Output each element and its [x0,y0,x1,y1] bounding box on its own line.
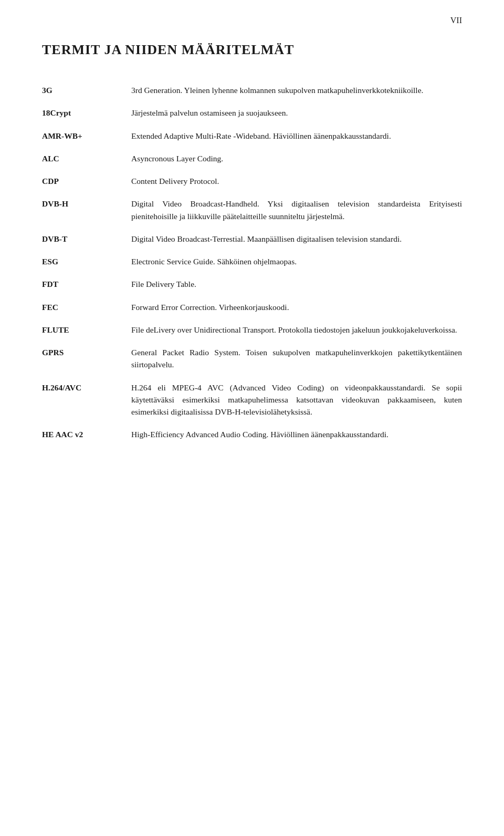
definition-cell: Asyncronous Layer Coding. [131,147,462,170]
definition-cell: File Delivery Table. [131,273,462,295]
table-row: FDTFile Delivery Table. [42,273,462,295]
term-cell: ESG [42,250,131,273]
term-cell: CDP [42,170,131,192]
table-row: 18CryptJärjestelmä palvelun ostamiseen j… [42,101,462,124]
definition-cell: High-Efficiency Advanced Audio Coding. H… [131,423,462,446]
page-container: VII TERMIT JA NIIDEN MÄÄRITELMÄT 3G3rd G… [0,0,504,478]
terms-table: 3G3rd Generation. Yleinen lyhenne kolman… [42,79,462,446]
definition-cell: Forward Error Correction. Virheenkorjaus… [131,296,462,318]
term-cell: DVB-H [42,192,131,228]
definition-cell: 3rd Generation. Yleinen lyhenne kolmanne… [131,79,462,101]
table-row: CDPContent Delivery Protocol. [42,170,462,192]
definition-cell: Digital Video Broadcast-Terrestial. Maan… [131,228,462,250]
definition-cell: General Packet Radio System. Toisen suku… [131,341,462,376]
table-row: FECForward Error Correction. Virheenkorj… [42,296,462,318]
definition-cell: Content Delivery Protocol. [131,170,462,192]
table-row: ALCAsyncronous Layer Coding. [42,147,462,170]
term-cell: AMR-WB+ [42,125,131,147]
definition-cell: Järjestelmä palvelun ostamiseen ja suoja… [131,101,462,124]
definition-cell: Electronic Service Guide. Sähköinen ohje… [131,250,462,273]
term-cell: FDT [42,273,131,295]
term-cell: ALC [42,147,131,170]
table-row: HE AAC v2High-Efficiency Advanced Audio … [42,423,462,446]
definition-cell: Extended Adaptive Multi-Rate -Wideband. … [131,125,462,147]
definition-cell: File deLivery over Unidirectional Transp… [131,318,462,341]
term-cell: DVB-T [42,228,131,250]
page-number: VII [450,16,462,25]
term-cell: FEC [42,296,131,318]
table-row: 3G3rd Generation. Yleinen lyhenne kolman… [42,79,462,101]
term-cell: HE AAC v2 [42,423,131,446]
term-cell: FLUTE [42,318,131,341]
term-cell: GPRS [42,341,131,376]
definition-cell: H.264 eli MPEG-4 AVC (Advanced Video Cod… [131,376,462,424]
table-row: AMR-WB+Extended Adaptive Multi-Rate -Wid… [42,125,462,147]
term-cell: 18Crypt [42,101,131,124]
table-row: H.264/AVCH.264 eli MPEG-4 AVC (Advanced … [42,376,462,424]
page-title: TERMIT JA NIIDEN MÄÄRITELMÄT [42,42,462,58]
term-cell: 3G [42,79,131,101]
table-row: ESGElectronic Service Guide. Sähköinen o… [42,250,462,273]
term-cell: H.264/AVC [42,376,131,424]
definition-cell: Digital Video Broadcast-Handheld. Yksi d… [131,192,462,228]
table-row: GPRSGeneral Packet Radio System. Toisen … [42,341,462,376]
table-row: FLUTEFile deLivery over Unidirectional T… [42,318,462,341]
table-row: DVB-TDigital Video Broadcast-Terrestial.… [42,228,462,250]
table-row: DVB-HDigital Video Broadcast-Handheld. Y… [42,192,462,228]
